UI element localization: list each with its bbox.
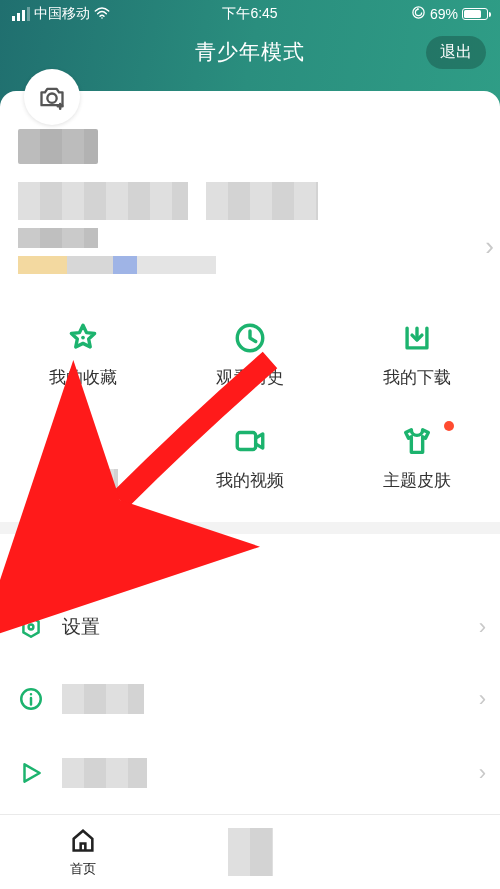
redacted-block [206,182,318,220]
star-icon [0,320,167,356]
exit-button[interactable]: 退出 [426,36,486,69]
carrier-label: 中国移动 [34,5,90,23]
grid-item-favorites[interactable]: 我的收藏 [0,320,167,389]
redacted-block [62,758,147,788]
play-icon [18,760,44,786]
grid-item-skin[interactable]: 主题皮肤 [333,423,500,492]
battery-icon [462,8,488,20]
redacted-block [18,228,98,248]
section-title: 其他 [0,534,500,592]
chevron-right-icon: › [479,760,486,786]
clock-icon [167,320,334,356]
list-item-settings[interactable]: 设置 › [0,592,500,662]
battery-percent: 69% [430,6,458,22]
grid-item-downloads[interactable]: 我的下载 [333,320,500,389]
tab-label: 首页 [70,860,96,878]
download-icon [333,320,500,356]
profile-card[interactable]: › [0,91,500,292]
notification-dot [444,421,454,431]
wifi-icon [94,6,110,21]
svg-point-3 [81,336,85,340]
tshirt-icon [333,423,500,459]
svg-point-0 [101,17,103,19]
home-icon [69,826,97,858]
svg-point-7 [29,625,34,630]
tab-second[interactable] [167,815,334,889]
svg-rect-6 [237,433,255,450]
grid-item-history[interactable]: 观看历史 [167,320,334,389]
list-item-play[interactable]: › [0,736,500,810]
other-section: 其他 设置 › › › [0,534,500,810]
signal-icon [12,7,30,21]
grid-label: 我的收藏 [0,366,167,389]
chevron-right-icon: › [479,614,486,640]
grid-item-alarm[interactable] [0,423,167,492]
tab-bar: 首页 [0,814,500,889]
grid-label: 观看历史 [167,366,334,389]
redacted-block [18,182,188,220]
info-icon [18,686,44,712]
redacted-block [18,129,98,164]
redacted-block [62,684,144,714]
chevron-right-icon: › [485,231,494,262]
grid-label: 主题皮肤 [333,469,500,492]
hex-gear-icon [18,614,44,640]
svg-point-2 [47,94,56,103]
redacted-block [18,256,216,274]
status-time: 下午6:45 [222,5,277,23]
grid-label: 我的下载 [333,366,500,389]
status-bar: 中国移动 下午6:45 69% [0,0,500,24]
tab-home[interactable]: 首页 [0,815,167,889]
video-icon [167,423,334,459]
camera-icon[interactable] [24,69,80,125]
chevron-right-icon: › [479,686,486,712]
orientation-lock-icon [411,5,426,23]
list-item-label: 设置 [62,614,100,640]
alarm-icon [0,423,167,459]
grid-item-videos[interactable]: 我的视频 [167,423,334,492]
list-item-info[interactable]: › [0,662,500,736]
page-title: 青少年模式 [195,38,305,66]
grid-label: 我的视频 [167,469,334,492]
quick-grid: 我的收藏 观看历史 我的下载 我的视频 主题皮肤 [0,292,500,522]
tab-empty [333,815,500,889]
redacted-block [228,828,273,876]
redacted-block [48,469,118,489]
